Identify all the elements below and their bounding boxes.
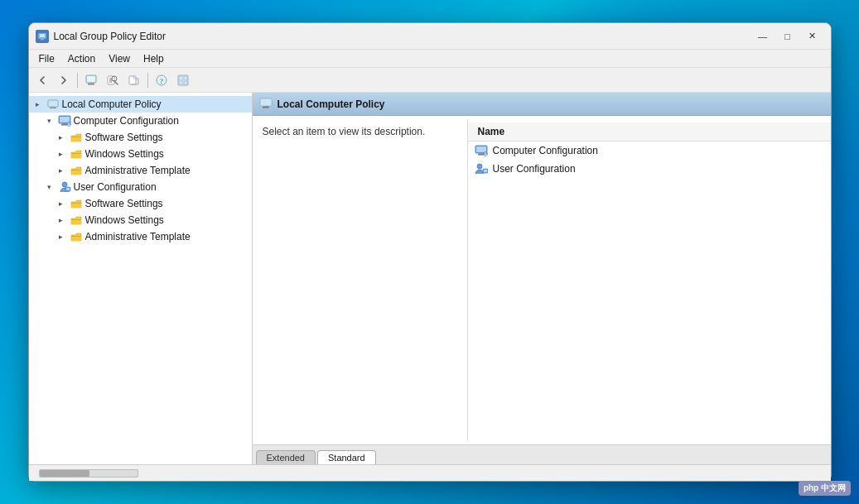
list-header: Name bbox=[468, 122, 831, 142]
svg-rect-37 bbox=[263, 107, 269, 108]
main-window: Local Group Policy Editor — □ ✕ File Act… bbox=[28, 22, 832, 482]
toolbar-help-button[interactable]: ? bbox=[152, 71, 171, 89]
tree-item-user-config[interactable]: ▾ User Configuration bbox=[41, 179, 252, 195]
php-badge-text: php 中文网 bbox=[804, 483, 846, 492]
list-item-computer-config[interactable]: Computer Configuration bbox=[468, 142, 831, 160]
expand-cc-adm-icon: ▸ bbox=[55, 165, 67, 176]
folder-cc-adm-icon bbox=[70, 164, 83, 177]
close-button[interactable]: ✕ bbox=[801, 28, 824, 45]
minimize-button[interactable]: — bbox=[751, 28, 775, 45]
folder-uc-win-icon bbox=[70, 214, 83, 227]
tree-item-uc-windows[interactable]: ▸ Windows Settings bbox=[52, 212, 252, 228]
right-header: Local Computer Policy bbox=[253, 93, 831, 116]
expand-uc-sw-icon: ▸ bbox=[55, 198, 67, 209]
toolbar: ? bbox=[29, 68, 831, 93]
tree-label-root: Local Computer Policy bbox=[62, 98, 162, 110]
svg-rect-3 bbox=[40, 40, 45, 41]
svg-rect-5 bbox=[87, 76, 95, 82]
menu-view[interactable]: View bbox=[102, 51, 137, 66]
expand-uc-win-icon: ▸ bbox=[55, 214, 67, 226]
list-item-text-computer: Computer Configuration bbox=[493, 145, 598, 156]
tab-extended[interactable]: Extended bbox=[256, 450, 316, 464]
svg-point-30 bbox=[68, 122, 70, 124]
tab-standard[interactable]: Standard bbox=[317, 450, 376, 464]
toolbar-btn-1[interactable] bbox=[81, 71, 101, 89]
svg-rect-17 bbox=[179, 76, 183, 80]
tree-item-uc-software[interactable]: ▸ Software Settings bbox=[52, 195, 252, 212]
svg-rect-27 bbox=[62, 123, 67, 124]
tree-panel: ▸ Local Computer Policy ▾ bbox=[29, 93, 253, 464]
tree-item-uc-admin[interactable]: ▸ Administrative Template bbox=[52, 228, 252, 245]
svg-rect-2 bbox=[41, 39, 44, 40]
scrollbar[interactable] bbox=[39, 469, 138, 478]
list-col-name: Name bbox=[475, 124, 509, 139]
folder-uc-sw-icon bbox=[70, 197, 83, 210]
list-computer-icon bbox=[475, 144, 488, 157]
tree-item-computer-config[interactable]: ▾ bbox=[41, 113, 252, 129]
forward-button[interactable] bbox=[54, 71, 74, 89]
toolbar-btn-2[interactable] bbox=[103, 71, 123, 89]
expand-computer-icon: ▾ bbox=[44, 115, 55, 127]
menu-file[interactable]: File bbox=[32, 51, 61, 66]
svg-point-43 bbox=[485, 152, 486, 154]
list-item-text-user: User Configuration bbox=[493, 163, 576, 175]
svg-rect-20 bbox=[184, 81, 187, 84]
title-bar: Local Group Policy Editor — □ ✕ bbox=[29, 23, 831, 50]
tree-label-uc-admin: Administrative Template bbox=[85, 231, 191, 242]
folder-cc-sw-icon bbox=[70, 131, 83, 144]
back-button[interactable] bbox=[32, 71, 52, 89]
maximize-button[interactable]: □ bbox=[776, 28, 799, 45]
scrollbar-thumb bbox=[40, 470, 89, 477]
svg-rect-18 bbox=[184, 76, 187, 80]
svg-rect-22 bbox=[49, 101, 57, 106]
svg-text:?: ? bbox=[159, 77, 163, 85]
svg-rect-7 bbox=[88, 84, 94, 85]
menu-action[interactable]: Action bbox=[61, 51, 102, 66]
window-controls: — □ ✕ bbox=[751, 28, 824, 45]
expand-icon: ▸ bbox=[32, 98, 44, 110]
svg-rect-6 bbox=[89, 83, 94, 84]
toolbar-separator-2 bbox=[147, 73, 148, 88]
folder-uc-adm-icon bbox=[70, 230, 83, 243]
tree-label-cc-admin: Administrative Template bbox=[85, 165, 191, 176]
svg-point-44 bbox=[477, 164, 482, 169]
svg-rect-19 bbox=[179, 81, 183, 84]
expand-cc-win-icon: ▸ bbox=[55, 148, 67, 160]
right-header-icon bbox=[259, 98, 273, 111]
bottom-tabs: Extended Standard bbox=[253, 444, 831, 464]
status-bar bbox=[29, 464, 831, 481]
svg-rect-35 bbox=[261, 99, 271, 105]
php-badge: php 中文网 bbox=[799, 481, 851, 496]
list-user-icon bbox=[475, 162, 488, 175]
toolbar-btn-5[interactable] bbox=[173, 71, 193, 89]
tree-label-user-config: User Configuration bbox=[74, 181, 157, 193]
main-content: ▸ Local Computer Policy ▾ bbox=[29, 93, 831, 464]
menu-help[interactable]: Help bbox=[137, 51, 171, 66]
svg-rect-36 bbox=[263, 106, 268, 107]
tree-root: ▸ Local Computer Policy ▾ bbox=[29, 93, 252, 248]
menu-bar: File Action View Help bbox=[29, 50, 831, 68]
list-item-user-config[interactable]: User Configuration bbox=[468, 160, 831, 178]
tree-item-local-computer-policy[interactable]: ▸ Local Computer Policy bbox=[29, 96, 252, 113]
expand-cc-sw-icon: ▸ bbox=[55, 132, 67, 143]
svg-rect-23 bbox=[51, 107, 55, 108]
window-title: Local Group Policy Editor bbox=[54, 31, 751, 42]
toolbar-separator-1 bbox=[77, 73, 78, 88]
expand-user-icon: ▾ bbox=[44, 181, 55, 193]
list-panel: Name bbox=[468, 119, 831, 441]
tree-item-cc-windows[interactable]: ▸ Windows Settings bbox=[52, 146, 252, 162]
description-text: Select an item to view its description. bbox=[263, 126, 426, 137]
svg-rect-46 bbox=[484, 170, 487, 172]
svg-point-31 bbox=[62, 182, 67, 187]
tree-label-cc-windows: Windows Settings bbox=[85, 148, 164, 160]
toolbar-btn-3[interactable] bbox=[124, 71, 144, 89]
svg-rect-39 bbox=[476, 146, 486, 152]
right-content: Select an item to view its description. … bbox=[253, 116, 831, 444]
tree-label-computer-config: Computer Configuration bbox=[74, 115, 179, 127]
tree-item-cc-admin[interactable]: ▸ Administrative Template bbox=[52, 162, 252, 179]
tree-item-cc-software[interactable]: ▸ Software Settings bbox=[52, 129, 252, 146]
svg-rect-40 bbox=[479, 153, 484, 154]
svg-rect-24 bbox=[50, 108, 56, 108]
app-icon bbox=[36, 30, 49, 43]
tree-label-uc-windows: Windows Settings bbox=[85, 214, 164, 226]
